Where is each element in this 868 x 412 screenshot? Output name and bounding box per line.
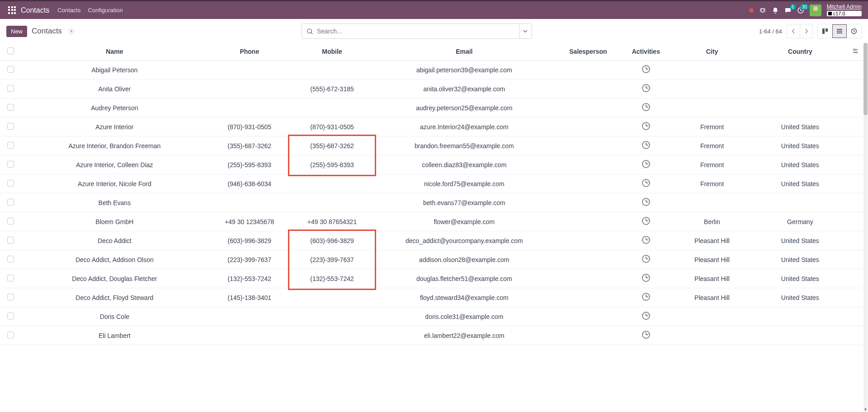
gear-icon[interactable] bbox=[68, 28, 75, 34]
user-name[interactable]: Mitchell Admin bbox=[827, 4, 862, 10]
bell-icon[interactable] bbox=[772, 7, 779, 14]
svg-point-2 bbox=[307, 28, 311, 33]
col-header-salesperson[interactable]: Salesperson bbox=[555, 43, 621, 44]
pager-next[interactable] bbox=[800, 24, 812, 38]
nav-contacts[interactable]: Contacts bbox=[57, 7, 80, 14]
user-avatar[interactable] bbox=[810, 5, 821, 16]
search-options-toggle[interactable] bbox=[519, 24, 532, 38]
discuss-icon[interactable]: 6 bbox=[784, 7, 792, 14]
top-navbar: Contacts Contacts Configuration 6 30 Mit… bbox=[0, 0, 868, 19]
col-header-mobile[interactable]: Mobile bbox=[291, 43, 373, 44]
scrollbar-thumb[interactable] bbox=[863, 43, 868, 44]
brand-title[interactable]: Contacts bbox=[21, 6, 49, 14]
col-header-phone[interactable]: Phone bbox=[208, 43, 291, 44]
view-list[interactable] bbox=[832, 24, 847, 38]
nav-configuration[interactable]: Configuration bbox=[88, 7, 123, 14]
contacts-table: Name Phone Mobile Email Salesperson Acti… bbox=[0, 43, 863, 44]
search-icon bbox=[307, 28, 313, 35]
control-panel: New Contacts 1-64 / 64 bbox=[0, 19, 868, 44]
discuss-badge: 6 bbox=[790, 4, 796, 10]
svg-rect-3 bbox=[822, 28, 825, 34]
chevron-down-icon bbox=[523, 29, 528, 33]
svg-point-1 bbox=[71, 30, 72, 32]
bug-icon[interactable] bbox=[759, 7, 766, 14]
col-header-email[interactable]: Email bbox=[373, 43, 555, 44]
apps-menu-icon[interactable] bbox=[8, 6, 16, 14]
col-header-name[interactable]: Name bbox=[21, 43, 208, 44]
pager-prev[interactable] bbox=[787, 24, 800, 38]
record-indicator-icon[interactable] bbox=[749, 8, 754, 13]
view-kanban[interactable] bbox=[818, 24, 832, 38]
new-button[interactable]: New bbox=[6, 26, 27, 37]
search-input[interactable] bbox=[317, 28, 514, 35]
database-badge[interactable]: c17.0 bbox=[827, 11, 862, 16]
col-options[interactable] bbox=[847, 43, 863, 44]
breadcrumb: Contacts bbox=[32, 27, 62, 36]
activity-icon[interactable]: 30 bbox=[797, 7, 804, 14]
search-wrapper bbox=[302, 23, 532, 39]
pager-text[interactable]: 1-64 / 64 bbox=[759, 28, 782, 35]
svg-rect-4 bbox=[826, 28, 828, 32]
col-header-city[interactable]: City bbox=[671, 43, 754, 44]
view-activity[interactable] bbox=[847, 24, 861, 38]
activity-badge: 30 bbox=[800, 4, 809, 10]
col-header-country[interactable]: Country bbox=[753, 43, 847, 44]
col-header-activities[interactable]: Activities bbox=[621, 43, 671, 44]
